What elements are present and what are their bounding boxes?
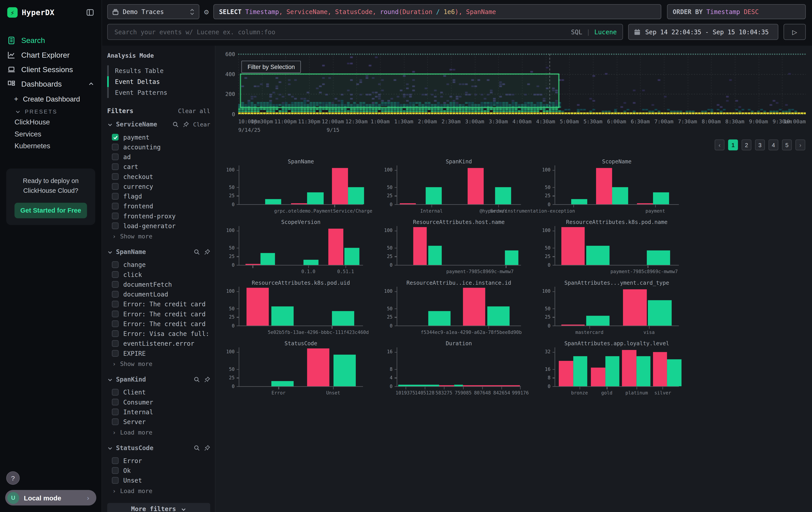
checkbox[interactable]: [112, 291, 118, 298]
sidebar-item-chart-explorer[interactable]: Chart Explorer: [0, 48, 102, 62]
presets-toggle[interactable]: PRESETS: [0, 106, 102, 116]
sidebar-collapse-icon[interactable]: [86, 8, 94, 17]
time-range-picker[interactable]: Sep 14 22:04:35 - Sep 15 10:04:35: [628, 24, 778, 40]
filter-checkbox-row[interactable]: currency: [107, 182, 210, 191]
mini-chart[interactable]: ScopeName10050250@hyperdx/instrumentatio…: [542, 155, 700, 215]
clear-group-button[interactable]: Clear: [193, 121, 210, 128]
filter-group-title[interactable]: StatusCode: [116, 444, 153, 452]
page-button-5[interactable]: 5: [782, 140, 792, 151]
filter-checkbox-row[interactable]: payment: [107, 132, 210, 142]
sidebar-item-client-sessions[interactable]: Client Sessions: [0, 62, 102, 77]
checkbox[interactable]: [112, 389, 118, 396]
page-button-3[interactable]: 3: [755, 140, 765, 151]
checkbox[interactable]: [112, 134, 118, 140]
mini-chart[interactable]: ScopeVersion100502500.1.00.51.1: [226, 215, 384, 276]
pin-icon[interactable]: [204, 445, 210, 451]
checkbox[interactable]: [112, 408, 118, 415]
checkbox[interactable]: [112, 261, 118, 268]
create-dashboard-button[interactable]: + Create Dashboard: [0, 91, 102, 106]
filter-checkbox-row[interactable]: documentLoad: [107, 289, 210, 299]
filter-checkbox-row[interactable]: eventListener.error: [107, 339, 210, 348]
filter-checkbox-row[interactable]: ad: [107, 152, 210, 162]
checkbox[interactable]: [112, 320, 118, 327]
toggle-lucene[interactable]: Lucene: [594, 28, 617, 36]
filter-checkbox-row[interactable]: documentFetch: [107, 279, 210, 289]
filter-checkbox-row[interactable]: click: [107, 270, 210, 279]
sidebar-item-search[interactable]: Search: [0, 33, 102, 48]
mini-chart[interactable]: StatusCode10050250ErrorUnset: [226, 336, 384, 397]
order-by-input[interactable]: ORDER BY Timestamp DESC: [667, 4, 806, 19]
filter-checkbox-row[interactable]: Ok: [107, 466, 210, 476]
checkbox[interactable]: [112, 467, 118, 474]
checkbox[interactable]: [112, 301, 118, 307]
source-select[interactable]: Demo Traces: [107, 4, 199, 19]
analysis-mode-option[interactable]: Event Patterns: [107, 87, 210, 98]
filter-by-selection-button[interactable]: Filter by Selection: [241, 61, 301, 73]
search-icon[interactable]: [194, 249, 200, 255]
checkbox[interactable]: [112, 271, 118, 278]
clear-all-button[interactable]: Clear all: [178, 107, 210, 115]
filter-checkbox-row[interactable]: checkout: [107, 172, 210, 182]
filter-checkbox-row[interactable]: Error: The credit card (…: [107, 319, 210, 329]
filter-checkbox-row[interactable]: flagd: [107, 191, 210, 201]
show-more-link[interactable]: ›Show more: [107, 358, 210, 368]
filter-group-title[interactable]: ServiceName: [116, 121, 157, 128]
filter-checkbox-row[interactable]: frontend: [107, 201, 210, 211]
sidebar-item-services[interactable]: Services: [0, 128, 102, 140]
search-icon[interactable]: [194, 445, 200, 451]
filter-checkbox-row[interactable]: Error: Visa cache full: …: [107, 329, 210, 339]
checkbox[interactable]: [112, 183, 118, 190]
sidebar-item-kubernetes[interactable]: Kubernetes: [0, 140, 102, 152]
mini-chart[interactable]: SpanName10050250grpc.oteldemo.PaymentSer…: [226, 155, 384, 215]
filter-checkbox-row[interactable]: Error: The credit card (…: [107, 299, 210, 309]
help-button[interactable]: ?: [6, 471, 20, 485]
analysis-mode-option[interactable]: Results Table: [107, 65, 210, 76]
checkbox[interactable]: [112, 213, 118, 219]
filter-checkbox-row[interactable]: Unset: [107, 476, 210, 485]
chevron-down-icon[interactable]: [107, 122, 113, 127]
checkbox[interactable]: [112, 311, 118, 317]
show-more-link[interactable]: ›Load more: [107, 485, 210, 495]
search-icon[interactable]: [172, 121, 178, 128]
filter-checkbox-row[interactable]: Error: The credit card (…: [107, 309, 210, 319]
analysis-mode-option[interactable]: Event Deltas: [107, 76, 210, 87]
mini-chart[interactable]: ResourceAttributes.k8s.pod.name10050250p…: [542, 215, 700, 276]
page-button-1[interactable]: 1: [728, 140, 738, 151]
mini-chart[interactable]: ResourceAttributes.k8s.pod.uid100502505e…: [226, 276, 384, 336]
checkbox[interactable]: [112, 163, 118, 170]
search-icon[interactable]: [194, 376, 200, 383]
toggle-sql[interactable]: SQL: [571, 28, 582, 36]
filter-checkbox-row[interactable]: Client: [107, 387, 210, 397]
chevron-down-icon[interactable]: [107, 377, 113, 382]
chevron-up-icon[interactable]: [88, 81, 94, 87]
checkbox[interactable]: [112, 457, 118, 464]
local-mode-button[interactable]: U Local mode ›: [5, 490, 96, 506]
pin-icon[interactable]: [183, 121, 189, 128]
sidebar-item-dashboards[interactable]: Dashboards: [0, 77, 102, 91]
sidebar-item-clickhouse[interactable]: ClickHouse: [0, 116, 102, 128]
mini-chart[interactable]: ResourceAttribu..ice.instance.id10050250…: [384, 276, 542, 336]
mini-chart[interactable]: SpanAttributes.app.loyalty.level321680br…: [542, 336, 700, 397]
checkbox[interactable]: [112, 173, 118, 180]
checkbox[interactable]: [112, 330, 118, 337]
checkbox[interactable]: [112, 350, 118, 357]
filter-checkbox-row[interactable]: Error: [107, 456, 210, 465]
checkbox[interactable]: [112, 399, 118, 405]
filter-checkbox-row[interactable]: load-generator: [107, 221, 210, 231]
filter-checkbox-row[interactable]: frontend-proxy: [107, 211, 210, 221]
run-search-button[interactable]: ▷: [784, 24, 806, 40]
filter-checkbox-row[interactable]: Server: [107, 417, 210, 427]
show-more-link[interactable]: ›Load more: [107, 427, 210, 436]
mini-chart[interactable]: SpanAttributes...yment.card_type10050250…: [542, 276, 700, 336]
filter-checkbox-row[interactable]: Consumer: [107, 397, 210, 407]
checkbox[interactable]: [112, 143, 118, 150]
checkbox[interactable]: [112, 340, 118, 347]
mini-chart[interactable]: Duration16840101937514051285832757590858…: [384, 336, 542, 397]
filter-checkbox-row[interactable]: cart: [107, 162, 210, 172]
get-started-button[interactable]: Get Started for Free: [14, 203, 87, 218]
gear-icon[interactable]: ⚙: [203, 4, 210, 19]
page-button-2[interactable]: 2: [742, 140, 751, 151]
checkbox[interactable]: [112, 193, 118, 199]
filter-checkbox-row[interactable]: change: [107, 260, 210, 270]
chevron-down-icon[interactable]: [107, 249, 113, 255]
